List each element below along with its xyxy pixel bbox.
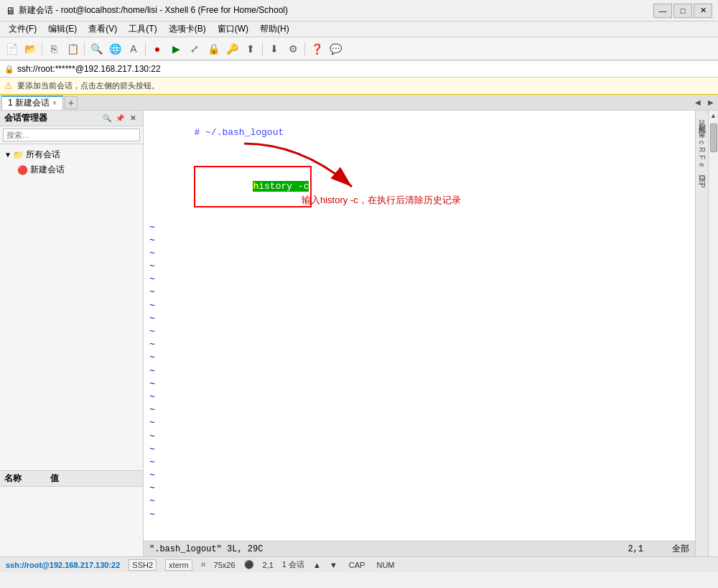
term-status-file: ".bash_logout" 3L, 29C	[149, 544, 628, 554]
toolbar-paste[interactable]: 📋	[64, 40, 81, 57]
term-tilde-9: ~	[149, 325, 689, 338]
term-tilde-14: ~	[149, 391, 689, 403]
terminal-content[interactable]: # ~/.bash_logout history -c ~ ~ ~ ~ ~ ~ …	[144, 111, 695, 541]
term-status-pos: 2,1	[628, 544, 643, 554]
tab-new-session[interactable]: 1 新建会话 ×	[1, 95, 63, 110]
menu-edit[interactable]: 编辑(E)	[42, 22, 83, 37]
status-protocol: SSH2	[129, 559, 157, 571]
toolbar-font[interactable]: A	[125, 40, 142, 57]
props-name-col: 名称	[4, 472, 22, 485]
tab-add-button[interactable]: +	[65, 96, 78, 109]
session-panel: 会话管理器 🔍 📌 ✕ ▼ 📁 所有会话 🔴 新建会话 名称	[0, 111, 144, 556]
term-tilde-11: ~	[149, 351, 689, 364]
term-tilde-16: ~	[149, 416, 689, 429]
toolbar-web[interactable]: 🌐	[106, 40, 123, 57]
term-line-command: history -c	[149, 153, 689, 221]
minimize-button[interactable]: —	[653, 4, 672, 18]
side-char-c[interactable]: c	[698, 139, 706, 146]
toolbar-help-btn[interactable]: ❓	[308, 40, 325, 57]
panel-close-icon[interactable]: ✕	[127, 113, 139, 124]
vertical-scrollbar[interactable]: ▲	[708, 111, 718, 556]
menu-window[interactable]: 窗口(W)	[212, 22, 254, 37]
toolbar-dl[interactable]: ⬇	[266, 40, 283, 57]
toolbar-sep-4	[262, 42, 263, 56]
side-char-r[interactable]: R	[698, 146, 706, 154]
toolbar-copy[interactable]: ⎘	[45, 40, 62, 57]
side-char-f[interactable]: F	[698, 154, 706, 161]
session-panel-title: 会话管理器	[4, 112, 47, 124]
term-tilde-22: ~	[149, 495, 689, 508]
toolbar-sep-3	[145, 42, 146, 56]
toolbar-chat[interactable]: 💬	[327, 40, 344, 57]
maximize-button[interactable]: □	[673, 4, 692, 18]
app-icon: 🖥	[6, 5, 16, 17]
toolbar-sep-1	[42, 42, 42, 56]
tree-item-all-sessions[interactable]: ▼ 📁 所有会话	[3, 147, 140, 162]
status-down-arrow[interactable]: ▼	[330, 561, 337, 569]
toolbar-lock[interactable]: 🔒	[205, 40, 222, 57]
panel-search-icon[interactable]: 🔍	[101, 113, 113, 124]
tab-nav-prev[interactable]: ◀	[692, 97, 704, 108]
props-header: 名称 值	[0, 471, 143, 487]
toolbar-upload[interactable]: ⬆	[242, 40, 259, 57]
toolbar-key[interactable]: 🔑	[223, 40, 241, 57]
term-tilde-18: ~	[149, 443, 689, 456]
terminal-status-bar: ".bash_logout" 3L, 29C 2,1 全部	[144, 541, 695, 556]
toolbar-new[interactable]: 📄	[3, 40, 20, 57]
term-tilde-6: ~	[149, 286, 689, 299]
session-tree: ▼ 📁 所有会话 🔴 新建会话	[0, 144, 143, 470]
tree-item-new-session[interactable]: 🔴 新建会话	[3, 162, 140, 177]
term-tilde-17: ~	[149, 430, 689, 443]
menu-view[interactable]: 查看(V)	[83, 22, 123, 37]
app-status-bar: ssh://root@192.168.217.130:22 SSH2 xterm…	[0, 556, 718, 572]
scroll-up-arrow[interactable]: ▲	[709, 111, 718, 121]
toolbar-green-icon[interactable]: ▶	[167, 40, 185, 57]
side-char-e[interactable]: e	[698, 133, 706, 140]
term-line-1: # ~/.bash_logout	[149, 113, 689, 153]
toolbar-open[interactable]: 📂	[22, 40, 39, 57]
status-up-arrow[interactable]: ▲	[313, 561, 321, 569]
tab-nav-next[interactable]: ▶	[705, 97, 717, 108]
side-char-mouse[interactable]: 鼠	[697, 111, 707, 116]
term-tilde-8: ~	[149, 312, 689, 325]
term-tilde-13: ~	[149, 378, 689, 391]
terminal-wrap: # ~/.bash_logout history -c ~ ~ ~ ~ ~ ~ …	[144, 111, 695, 556]
session-search-input[interactable]	[3, 129, 140, 141]
right-side-panel: 鼠 标 配 键 S e c R F e 口 历 C P	[695, 111, 708, 556]
side-char-p[interactable]: P	[698, 182, 706, 190]
term-tilde-21: ~	[149, 482, 689, 495]
menu-tabs[interactable]: 选项卡(B)	[163, 22, 212, 37]
term-tilde-3: ~	[149, 247, 689, 260]
menu-file[interactable]: 文件(F)	[3, 22, 42, 37]
status-size: 75x26	[214, 561, 236, 569]
toolbar-red-icon[interactable]: ●	[149, 40, 166, 57]
status-size-icon: ⌗	[201, 560, 205, 569]
side-char-c2[interactable]: C	[698, 174, 706, 182]
term-status-all: 全部	[672, 543, 689, 555]
tab-close-icon[interactable]: ×	[52, 99, 57, 107]
side-char-s[interactable]: S	[698, 125, 706, 133]
folder-icon: 📁	[13, 150, 24, 160]
content-area: 会话管理器 🔍 📌 ✕ ▼ 📁 所有会话 🔴 新建会话 名称	[0, 111, 718, 556]
props-panel: 名称 值	[0, 470, 143, 556]
side-char-e2[interactable]: e	[698, 162, 706, 169]
scroll-thumb[interactable]	[710, 123, 717, 152]
menu-help[interactable]: 帮助(H)	[254, 22, 295, 37]
tree-expand-icon: ▼	[4, 151, 11, 159]
status-dot: ⚫	[244, 560, 254, 569]
term-tilde-20: ~	[149, 469, 689, 482]
menu-bar: 文件(F) 编辑(E) 查看(V) 工具(T) 选项卡(B) 窗口(W) 帮助(…	[0, 22, 718, 37]
hint-icon: ⚠	[4, 80, 13, 91]
lock-icon: 🔒	[4, 65, 14, 74]
toolbar-search[interactable]: 🔍	[88, 40, 105, 57]
panel-pin-icon[interactable]: 📌	[114, 113, 126, 124]
term-tilde-12: ~	[149, 365, 689, 378]
new-session-label: 新建会话	[30, 164, 65, 176]
toolbar-expand[interactable]: ⤢	[186, 40, 203, 57]
toolbar-sep-2	[84, 42, 85, 56]
term-tilde-1: ~	[149, 221, 689, 234]
menu-tools[interactable]: 工具(T)	[123, 22, 162, 37]
close-button[interactable]: ✕	[694, 4, 712, 18]
term-tilde-23: ~	[149, 508, 689, 521]
toolbar-settings-strip[interactable]: ⚙	[284, 40, 302, 57]
